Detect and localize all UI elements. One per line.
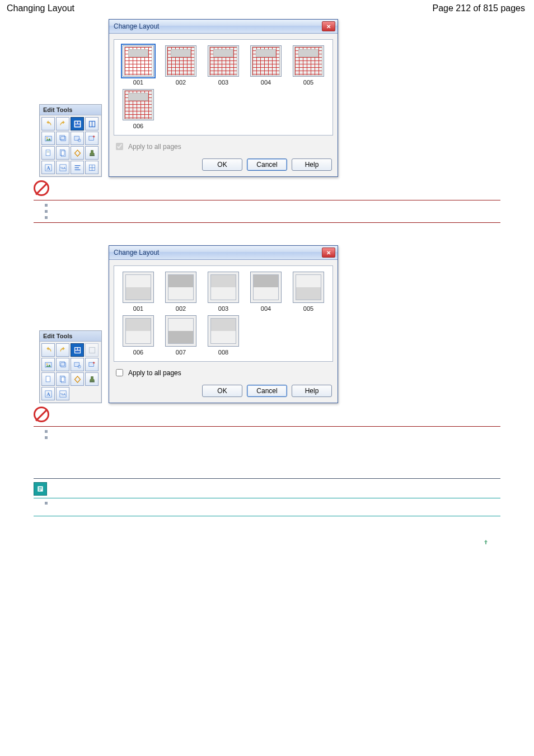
- thumb-label: 003: [218, 79, 228, 86]
- svg-text:%A: %A: [60, 166, 65, 170]
- layout-thumb-005[interactable]: 005: [289, 272, 328, 312]
- layout-thumb-006[interactable]: 006: [119, 89, 158, 129]
- svg-rect-2: [78, 122, 80, 124]
- tool-diamond-icon[interactable]: [71, 372, 84, 386]
- svg-rect-31: [78, 348, 80, 350]
- layout-thumb-007[interactable]: 007: [161, 315, 200, 356]
- layout-thumb-004[interactable]: 004: [246, 272, 285, 312]
- tool-text-percent-icon[interactable]: %A: [56, 161, 69, 174]
- svg-text:A: A: [46, 391, 50, 396]
- apply-all-pages-checkbox[interactable]: Apply to all pages: [114, 141, 333, 152]
- tool-undo-icon[interactable]: [41, 343, 55, 357]
- tool-stamp-icon[interactable]: [85, 146, 99, 160]
- tool-image-settings-icon[interactable]: [71, 358, 84, 371]
- apply-all-pages-checkbox[interactable]: Apply to all pages: [114, 367, 333, 378]
- tool-align-icon[interactable]: [71, 161, 84, 174]
- change-layout-dialog-1: Change Layout ✕ 001002003004005006 Apply…: [109, 19, 338, 177]
- layout-thumb-001[interactable]: 001: [119, 272, 158, 312]
- thumb-label: 008: [218, 349, 228, 356]
- thumb-label: 001: [133, 79, 143, 86]
- tool-image-add-icon[interactable]: [85, 358, 99, 371]
- layout-thumbnails: 001002003004005006: [119, 45, 328, 129]
- tool-page-icon[interactable]: [41, 146, 55, 160]
- cancel-button[interactable]: Cancel: [247, 158, 287, 171]
- layout-thumbnails: 001002003004005006007008: [119, 272, 328, 356]
- help-button[interactable]: Help: [292, 158, 332, 171]
- layout-thumb-002[interactable]: 002: [161, 272, 200, 312]
- svg-rect-32: [75, 351, 80, 353]
- tool-pages-icon[interactable]: [56, 372, 69, 386]
- page-indicator: Page 212 of 815 pages: [433, 3, 525, 13]
- edit-tools-title: Edit Tools: [40, 331, 101, 342]
- page-top-link[interactable]: [0, 539, 534, 547]
- apply-label: Apply to all pages: [128, 143, 181, 151]
- svg-rect-42: [61, 377, 65, 382]
- thumb-label: 007: [176, 349, 186, 356]
- divider: [34, 222, 500, 223]
- thumb-label: 005: [303, 79, 313, 86]
- change-layout-dialog-2: Change Layout ✕ 001002003004005006007008…: [109, 245, 338, 403]
- bullet-list: [45, 204, 527, 219]
- layout-thumb-003[interactable]: 003: [204, 45, 243, 86]
- svg-rect-10: [74, 136, 79, 141]
- tool-images-stack-icon[interactable]: [56, 132, 69, 145]
- dialog-title: Change Layout: [114, 22, 159, 30]
- tool-stamp-icon[interactable]: [85, 372, 99, 386]
- layout-thumb-003[interactable]: 003: [204, 272, 243, 312]
- tool-image-icon[interactable]: [41, 132, 55, 145]
- tool-redo-icon[interactable]: [56, 117, 69, 130]
- thumb-label: 003: [218, 305, 228, 312]
- layout-thumb-001[interactable]: 001: [119, 45, 158, 86]
- tool-redo-icon[interactable]: [56, 343, 69, 357]
- tool-image-add-icon[interactable]: [85, 132, 99, 145]
- svg-text:%A: %A: [60, 392, 65, 396]
- svg-rect-1: [75, 122, 77, 124]
- ok-button[interactable]: OK: [202, 158, 242, 171]
- cancel-button[interactable]: Cancel: [247, 385, 287, 397]
- close-icon[interactable]: ✕: [322, 248, 335, 258]
- tool-text-percent-icon[interactable]: %A: [56, 387, 69, 400]
- prohibited-icon: [34, 407, 49, 422]
- layout-thumb-006[interactable]: 006: [119, 315, 158, 356]
- tool-images-stack-icon[interactable]: [56, 358, 69, 371]
- tool-page-icon[interactable]: [41, 372, 55, 386]
- tool-text-a-icon[interactable]: A: [41, 161, 55, 174]
- ok-button[interactable]: OK: [202, 385, 242, 397]
- prohibited-icon: [34, 180, 49, 196]
- bullet: [45, 216, 48, 219]
- tool-grid-icon[interactable]: [85, 161, 99, 174]
- apply-label: Apply to all pages: [128, 369, 181, 377]
- tool-undo-icon[interactable]: [41, 117, 55, 130]
- layout-thumb-004[interactable]: 004: [246, 45, 285, 86]
- tool-layout-alt-icon[interactable]: [85, 117, 99, 130]
- tool-diamond-icon[interactable]: [71, 146, 84, 160]
- tool-change-layout-icon[interactable]: [71, 343, 84, 357]
- edit-tools-palette-1: Edit Tools: [39, 104, 102, 177]
- tool-change-layout-icon[interactable]: [71, 117, 84, 130]
- svg-point-35: [46, 363, 48, 365]
- edit-tools-grid: A %A: [40, 342, 101, 400]
- tool-pages-icon[interactable]: [56, 146, 69, 160]
- thumb-label: 004: [261, 305, 271, 312]
- layout-thumb-002[interactable]: 002: [161, 45, 200, 86]
- tool-layout-alt-icon[interactable]: [85, 343, 99, 357]
- bullet: [45, 436, 48, 439]
- thumb-label: 002: [176, 305, 186, 312]
- divider: [34, 426, 500, 427]
- close-icon[interactable]: ✕: [322, 21, 335, 31]
- tool-image-settings-icon[interactable]: [71, 132, 84, 145]
- thumb-label: 005: [303, 305, 313, 312]
- help-button[interactable]: Help: [292, 385, 332, 397]
- svg-rect-33: [89, 347, 95, 353]
- note-icon: [34, 482, 47, 496]
- bullet: [45, 430, 48, 433]
- tool-image-icon[interactable]: [41, 358, 55, 371]
- divider: [34, 516, 500, 516]
- bullet: [45, 204, 48, 207]
- layout-thumb-008[interactable]: 008: [204, 315, 243, 356]
- svg-rect-8: [60, 136, 65, 141]
- layout-thumb-005[interactable]: 005: [289, 45, 328, 86]
- svg-rect-18: [90, 155, 95, 156]
- tool-text-a-icon[interactable]: A: [41, 387, 55, 400]
- svg-text:A: A: [46, 165, 50, 170]
